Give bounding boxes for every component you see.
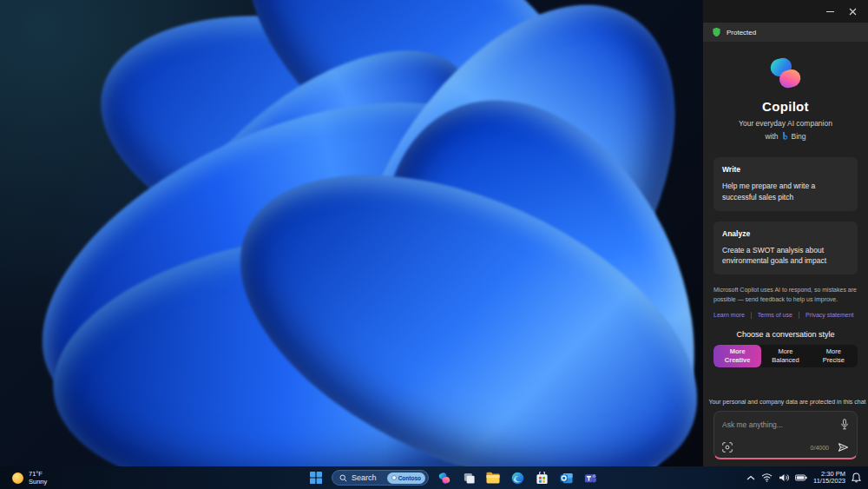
style-option-more-creative[interactable]: More Creative xyxy=(713,345,761,367)
search-placeholder: Search xyxy=(352,473,383,482)
taskbar-app-task-view[interactable] xyxy=(460,468,477,487)
sunny-weather-icon xyxy=(12,472,23,484)
learn-more-link[interactable]: Learn more xyxy=(713,312,745,318)
weather-widget[interactable]: 71°F Sunny xyxy=(12,466,47,489)
suggestion-card-analyze[interactable]: Analyze Create a SWOT analysis about env… xyxy=(713,221,858,275)
chat-input-row xyxy=(722,419,849,430)
desktop-wallpaper[interactable] xyxy=(0,0,703,466)
copilot-taskbar-icon xyxy=(437,472,451,485)
contoso-badge[interactable]: Contoso xyxy=(387,472,425,484)
style-option-line1: More xyxy=(826,347,841,356)
close-button[interactable] xyxy=(844,4,861,18)
style-option-more-precise[interactable]: More Precise xyxy=(810,345,858,367)
notification-bell-button[interactable] xyxy=(852,472,861,483)
weather-condition: Sunny xyxy=(29,478,47,486)
copilot-title: Copilot xyxy=(703,99,868,114)
copilot-subtitle: Your everyday AI companion xyxy=(703,119,868,128)
flex-spacer xyxy=(703,367,868,398)
teams-icon xyxy=(584,472,597,485)
suggestion-card-write[interactable]: Write Help me prepare and write a succes… xyxy=(713,157,858,211)
style-option-line1: More xyxy=(778,347,792,356)
shield-protected-icon xyxy=(712,27,721,37)
edge-browser-icon xyxy=(511,472,524,485)
tray-volume-button[interactable] xyxy=(779,473,789,482)
panel-titlebar xyxy=(703,0,868,23)
copilot-panel: Protected Copilot Your everyday AI compa… xyxy=(703,0,868,466)
card-title: Write xyxy=(722,165,849,174)
chat-input-toolbar: 0/4000 xyxy=(722,442,849,453)
style-option-line2: Creative xyxy=(725,356,751,365)
taskbar-app-copilot[interactable] xyxy=(436,468,453,487)
style-option-line2: Precise xyxy=(823,356,845,365)
taskbar-center: Search Contoso xyxy=(307,466,599,489)
privacy-statement-link[interactable]: Privacy statement xyxy=(806,312,854,318)
style-option-line2: Balanced xyxy=(772,356,799,365)
bing-label: Bing xyxy=(792,132,806,141)
bing-icon xyxy=(781,131,789,141)
battery-icon xyxy=(795,474,807,481)
chevron-up-icon xyxy=(746,475,755,480)
protected-status-bar[interactable]: Protected xyxy=(703,23,868,42)
clock-date: 11/15/2023 xyxy=(813,478,845,486)
wifi-icon xyxy=(761,473,773,482)
bell-icon xyxy=(852,472,861,483)
microsoft-store-icon xyxy=(536,472,549,485)
link-divider xyxy=(799,312,799,319)
weather-text: 71°F Sunny xyxy=(29,470,47,486)
terms-of-use-link[interactable]: Terms of use xyxy=(758,312,792,318)
taskbar-app-file-explorer[interactable] xyxy=(484,468,502,487)
minimize-icon xyxy=(826,11,834,12)
taskbar-app-edge[interactable] xyxy=(509,468,526,487)
character-counter: 0/4000 xyxy=(811,445,829,451)
close-icon xyxy=(849,8,857,16)
with-bing-row: with Bing xyxy=(703,131,868,141)
privacy-note: Your personal and company data are prote… xyxy=(710,398,861,406)
tray-chevron-up-button[interactable] xyxy=(746,475,755,480)
file-explorer-icon xyxy=(486,472,500,484)
search-box[interactable]: Search Contoso xyxy=(332,470,429,486)
screen: Protected Copilot Your everyday AI compa… xyxy=(0,0,868,489)
contoso-logo-icon xyxy=(391,475,397,480)
with-label: with xyxy=(765,132,778,141)
clock-widget[interactable]: 2:30 PM 11/15/2023 xyxy=(813,471,845,486)
tray-wifi-button[interactable] xyxy=(761,473,773,482)
chat-input-box: 0/4000 xyxy=(713,411,858,459)
style-option-more-balanced[interactable]: More Balanced xyxy=(761,345,809,367)
tray-battery-button[interactable] xyxy=(795,474,807,481)
card-description: Create a SWOT analysis about environment… xyxy=(722,245,849,268)
ai-disclaimer: Microsoft Copilot uses AI to respond, so… xyxy=(713,286,858,305)
conversation-style-heading: Choose a conversation style xyxy=(703,330,868,339)
protected-label: Protected xyxy=(727,29,756,36)
windows-start-icon xyxy=(310,472,322,484)
minimize-button[interactable] xyxy=(821,4,838,18)
taskbar-app-microsoft-store[interactable] xyxy=(533,468,550,487)
send-icon[interactable] xyxy=(838,442,849,453)
taskbar: 71°F Sunny Search xyxy=(0,466,868,489)
link-divider xyxy=(751,312,752,319)
card-description: Help me prepare and write a successful s… xyxy=(722,181,849,203)
task-view-icon xyxy=(463,472,476,485)
style-option-line1: More xyxy=(730,347,746,356)
copilot-logo-icon xyxy=(766,55,806,91)
screenshot-capture-icon[interactable] xyxy=(722,442,733,453)
microphone-icon[interactable] xyxy=(840,419,849,430)
start-button[interactable] xyxy=(307,468,325,487)
legal-links-row: Learn more Terms of use Privacy statemen… xyxy=(713,312,858,319)
taskbar-app-teams[interactable] xyxy=(582,468,599,487)
copilot-logo-area xyxy=(703,55,868,91)
taskbar-app-outlook[interactable] xyxy=(557,468,575,487)
system-tray: 2:30 PM 11/15/2023 xyxy=(746,466,861,489)
speaker-icon xyxy=(779,473,789,482)
search-icon xyxy=(339,474,347,482)
ask-me-anything-input[interactable] xyxy=(722,420,835,429)
conversation-style-selector: More Creative More Balanced More Precise xyxy=(713,345,858,367)
privacy-note-text: Your personal and company data are prote… xyxy=(708,399,865,405)
outlook-icon xyxy=(560,472,573,485)
contoso-badge-label: Contoso xyxy=(398,475,421,481)
weather-temperature: 71°F xyxy=(29,470,47,478)
card-title: Analyze xyxy=(722,229,849,238)
